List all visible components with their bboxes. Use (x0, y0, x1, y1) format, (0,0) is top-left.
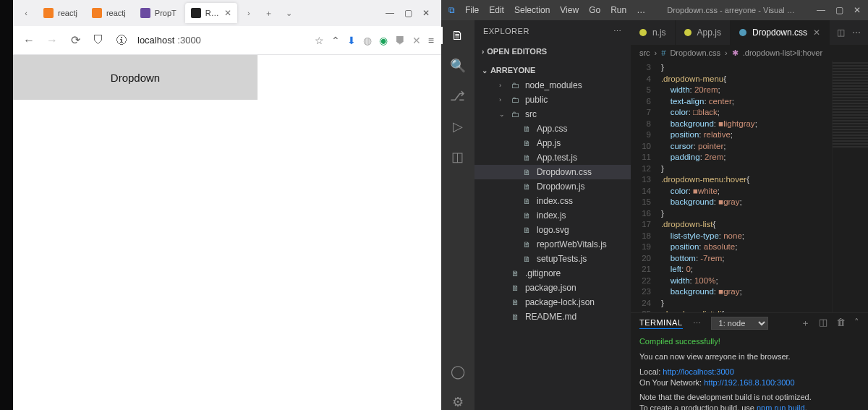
minimize-button[interactable]: — (817, 5, 825, 15)
tree-label: index.css (537, 196, 573, 206)
toolbar-right: ☆ ⌃ ⬇ ◍ ◉ ⛊ ✕ ≡ (315, 35, 434, 46)
file-item[interactable]: 🗎App.js (475, 136, 631, 150)
menu-selection[interactable]: Selection (514, 5, 550, 15)
pocket-icon[interactable]: ⌃ (331, 35, 340, 46)
minimap[interactable] (832, 61, 868, 312)
file-item[interactable]: 🗎App.css (475, 121, 631, 136)
more-icon[interactable]: ⋯ (693, 319, 701, 328)
menu-edit[interactable]: Edit (489, 5, 504, 15)
extensions-icon[interactable]: ◫ (450, 149, 466, 165)
folder-src[interactable]: ⌄🗀src (475, 107, 631, 121)
shield-icon[interactable]: ⛉ (90, 32, 107, 49)
ext-icon[interactable]: ⛊ (395, 35, 405, 46)
nav-forward-button[interactable]: → (43, 32, 61, 49)
file-icon: 🗎 (522, 124, 532, 133)
account-icon[interactable]: ◯ (450, 364, 466, 380)
editor-tab[interactable]: n.js (631, 20, 676, 45)
terminal-select[interactable]: 1: node (711, 317, 768, 330)
favicon-icon (92, 8, 102, 18)
settings-gear-icon[interactable]: ⚙ (450, 394, 466, 410)
tabs-dropdown-button[interactable]: ⌄ (281, 4, 298, 22)
term-line: Note that the development build is not o… (639, 392, 859, 403)
breadcrumb[interactable]: src› #Dropdown.css› ✱.dropdown-list>li:h… (631, 45, 868, 61)
file-item[interactable]: 🗎reportWebVitals.js (475, 237, 631, 252)
bc-item[interactable]: Dropdown.css (670, 48, 720, 57)
tree-label: Dropdown.js (537, 181, 585, 192)
file-item[interactable]: 🗎Dropdown.css (475, 165, 631, 179)
code-content[interactable]: } .dropdown-menu{ width: 20rem; text-ali… (655, 61, 832, 312)
bc-item[interactable]: src (639, 48, 650, 57)
file-item[interactable]: 🗎logo.svg (475, 223, 631, 237)
open-editors-section[interactable]: ›OPEN EDITORS (475, 43, 631, 59)
file-item[interactable]: 🗎package-lock.json (475, 295, 631, 309)
file-item[interactable]: 🗎index.js (475, 208, 631, 223)
browser-tab-active[interactable]: Rea✕ (185, 3, 237, 23)
menu-view[interactable]: View (560, 5, 579, 15)
file-icon: 🗎 (522, 211, 532, 220)
tree-label: reportWebVitals.js (537, 239, 607, 249)
file-item[interactable]: 🗎setupTests.js (475, 252, 631, 266)
folder-node-modules[interactable]: ›🗀node_modules (475, 78, 631, 93)
tree-label: .gitignore (525, 268, 561, 278)
folder-public[interactable]: ›🗀public (475, 93, 631, 107)
maximize-button[interactable]: ▢ (835, 5, 843, 15)
browser-window: ‹ reactj reactj PropT Rea✕ › ＋ ⌄ — ▢ ✕ ←… (0, 0, 441, 410)
search-icon[interactable]: 🔍 (450, 58, 466, 74)
tab-prev-button[interactable]: ‹ (17, 4, 35, 22)
menu-run[interactable]: Run (610, 5, 626, 15)
close-icon[interactable]: ✕ (224, 8, 231, 18)
window-title: Dropdown.css - arreyone - Visual … (667, 6, 794, 14)
browser-tab[interactable]: PropT (135, 3, 182, 23)
file-item[interactable]: 🗎index.css (475, 194, 631, 208)
chevron-up-icon[interactable]: ˄ (854, 317, 859, 330)
project-section[interactable]: ⌄ARREYONE (475, 62, 631, 78)
split-terminal-icon[interactable]: ◫ (819, 317, 827, 330)
more-icon[interactable]: ⋯ (852, 27, 861, 38)
url-field[interactable]: localhost:3000 (136, 32, 309, 48)
tab-next-button[interactable]: › (240, 4, 258, 22)
file-item[interactable]: 🗎package.json (475, 281, 631, 295)
new-terminal-icon[interactable]: ＋ (801, 317, 810, 330)
file-item[interactable]: 🗎README.md (475, 309, 631, 324)
browser-tab[interactable]: reactj (86, 3, 132, 23)
menu-go[interactable]: Go (589, 5, 600, 15)
menu-button[interactable]: ≡ (428, 35, 434, 46)
ext-icon[interactable]: ◍ (363, 35, 372, 46)
tree-label: public (525, 95, 548, 105)
file-item[interactable]: 🗎Dropdown.js (475, 179, 631, 194)
trash-icon[interactable]: 🗑 (836, 317, 846, 330)
file-item[interactable]: 🗎App.test.js (475, 150, 631, 165)
tab-label: reactj (58, 9, 77, 17)
new-tab-button[interactable]: ＋ (260, 4, 278, 22)
menu-file[interactable]: File (465, 5, 479, 15)
bookmark-icon[interactable]: ☆ (315, 35, 324, 46)
more-icon[interactable]: ⋯ (613, 27, 622, 36)
file-item[interactable]: 🗎.gitignore (475, 266, 631, 281)
bc-item[interactable]: .dropdown-list>li:hover (743, 48, 822, 57)
close-icon[interactable]: ✕ (813, 27, 820, 38)
ext-icon[interactable]: ✕ (412, 35, 421, 46)
panel-tab-terminal[interactable]: TERMINAL (639, 318, 683, 329)
code-editor[interactable]: 3456789101112131415161718192021222324252… (631, 61, 868, 312)
site-info-icon[interactable]: 🛈 (113, 32, 130, 49)
split-editor-icon[interactable]: ◫ (837, 27, 845, 38)
source-control-icon[interactable]: ⎇ (450, 88, 466, 104)
ext-icon[interactable]: ◉ (379, 35, 388, 46)
run-debug-icon[interactable]: ▷ (450, 119, 466, 134)
browser-tab[interactable]: reactj (38, 3, 83, 23)
download-icon[interactable]: ⬇ (347, 35, 356, 46)
nav-back-button[interactable]: ← (20, 32, 38, 49)
panel-header: TERMINAL ⋯ 1: node ＋ ◫ 🗑 ˄ (631, 313, 868, 333)
minimize-button[interactable]: — (386, 8, 394, 18)
menu-overflow[interactable]: … (637, 5, 645, 15)
dropdown-menu[interactable]: Dropdown (13, 55, 258, 100)
file-icon: 🗎 (522, 240, 532, 249)
editor-tab-active[interactable]: Dropdown.css✕ (731, 20, 830, 45)
close-button[interactable]: ✕ (422, 8, 430, 18)
close-button[interactable]: ✕ (854, 5, 861, 15)
editor-tab[interactable]: App.js (676, 20, 731, 45)
terminal-output[interactable]: Compiled successfully! You can now view … (631, 333, 868, 410)
reload-button[interactable]: ⟳ (67, 32, 84, 49)
explorer-icon[interactable]: 🗎 (450, 27, 466, 43)
maximize-button[interactable]: ▢ (404, 8, 412, 18)
